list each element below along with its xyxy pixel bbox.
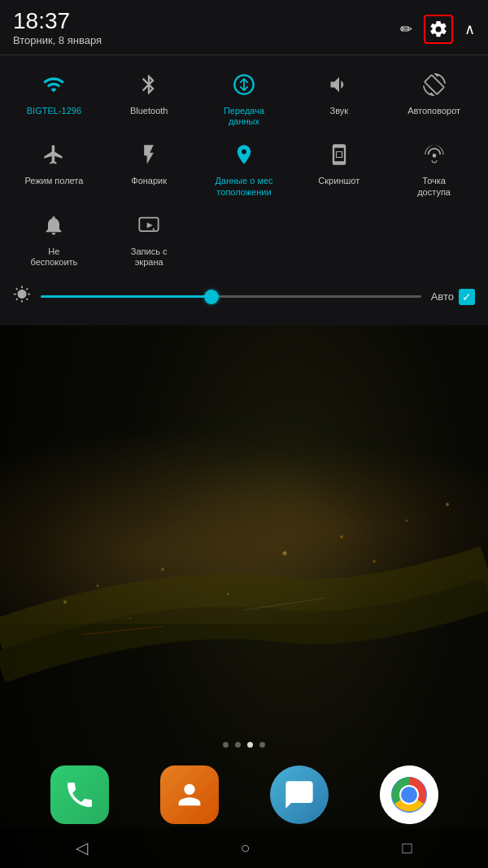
svg-point-6 <box>446 503 449 506</box>
toggle-bluetooth[interactable]: Bluetooth <box>103 67 195 133</box>
status-bar: 18:37 Вторник, 8 января ✏ ∧ <box>0 0 488 51</box>
rotate-icon <box>423 73 446 102</box>
data-label: Передачаданных <box>224 106 264 127</box>
airplane-label: Режим полета <box>24 176 83 186</box>
rotate-label: Автоповорот <box>407 106 460 116</box>
toggle-hotspot[interactable]: Точкадоступа <box>388 137 480 203</box>
settings-button[interactable] <box>424 15 453 44</box>
auto-checkbox[interactable]: ✓ <box>459 289 475 305</box>
airplane-icon <box>42 143 65 172</box>
hotspot-icon <box>423 143 446 172</box>
toggle-rotate[interactable]: Автоповорот <box>388 67 480 133</box>
svg-point-9 <box>373 560 376 563</box>
quick-toggles-row2: Режим полета Фонарик Данные о местополож… <box>0 137 488 207</box>
svg-point-14 <box>153 228 155 229</box>
brightness-thumb[interactable] <box>204 290 219 304</box>
svg-point-1 <box>97 585 99 587</box>
brightness-auto[interactable]: Авто ✓ <box>431 289 475 305</box>
svg-point-7 <box>129 617 131 619</box>
toggle-location[interactable]: Данные о местоположении <box>198 137 290 203</box>
brightness-slider[interactable] <box>41 295 421 298</box>
toggle-screenrec[interactable]: Запись сэкрана <box>103 207 195 274</box>
screenrec-label: Запись сэкрана <box>131 246 168 268</box>
sound-icon <box>328 73 351 102</box>
svg-point-4 <box>340 535 343 539</box>
screen-content <box>0 358 488 868</box>
svg-point-5 <box>406 520 408 522</box>
bluetooth-label: Bluetooth <box>130 106 168 116</box>
svg-point-8 <box>227 593 229 595</box>
divider-1 <box>0 55 488 55</box>
time-date-block: 18:37 Вторник, 8 января <box>13 10 102 46</box>
screenshot-label: Скриншот <box>318 176 359 186</box>
data-icon <box>233 73 255 102</box>
screenshot-icon <box>328 143 351 172</box>
hotspot-label: Точкадоступа <box>417 176 451 197</box>
status-icons: ✏ ∧ <box>400 10 475 44</box>
quick-toggles-row3: Небеспокоить Запись сэкрана <box>0 207 488 277</box>
sound-label: Звук <box>330 106 349 116</box>
toggle-wifi[interactable]: BIGTEL-1296 <box>8 67 100 133</box>
flashlight-label: Фонарик <box>131 176 167 186</box>
flashlight-icon <box>137 143 160 172</box>
toggle-data[interactable]: Передачаданных <box>198 67 290 133</box>
bluetooth-icon <box>137 73 160 102</box>
location-label: Данные о местоположении <box>215 176 272 197</box>
svg-point-2 <box>161 568 164 571</box>
svg-point-3 <box>283 552 287 556</box>
toggle-screenshot[interactable]: Скриншот <box>293 137 385 203</box>
svg-point-0 <box>63 600 67 604</box>
dnd-icon <box>42 214 65 242</box>
status-date: Вторник, 8 января <box>13 34 102 46</box>
screenrec-icon <box>137 214 160 242</box>
quick-toggles-row1: BIGTEL-1296 Bluetooth Передачаданных Зву… <box>0 59 488 137</box>
location-icon <box>233 143 255 172</box>
gear-icon <box>429 20 448 39</box>
status-time: 18:37 <box>13 10 102 33</box>
auto-label: Авто <box>431 290 454 303</box>
collapse-icon[interactable]: ∧ <box>464 20 475 38</box>
toggle-flashlight[interactable]: Фонарик <box>103 137 195 203</box>
toggle-airplane[interactable]: Режим полета <box>8 137 100 203</box>
brightness-icon <box>13 286 31 308</box>
notification-panel: 18:37 Вторник, 8 января ✏ ∧ BIGTEL-1296 <box>0 0 488 325</box>
dnd-label: Небеспокоить <box>30 246 77 268</box>
toggle-sound[interactable]: Звук <box>293 67 385 133</box>
edit-icon[interactable]: ✏ <box>400 20 412 38</box>
toggle-dnd[interactable]: Небеспокоить <box>8 207 100 274</box>
brightness-row: Авто ✓ <box>0 277 488 316</box>
wifi-icon <box>42 73 65 102</box>
wifi-label: BIGTEL-1296 <box>27 106 81 116</box>
